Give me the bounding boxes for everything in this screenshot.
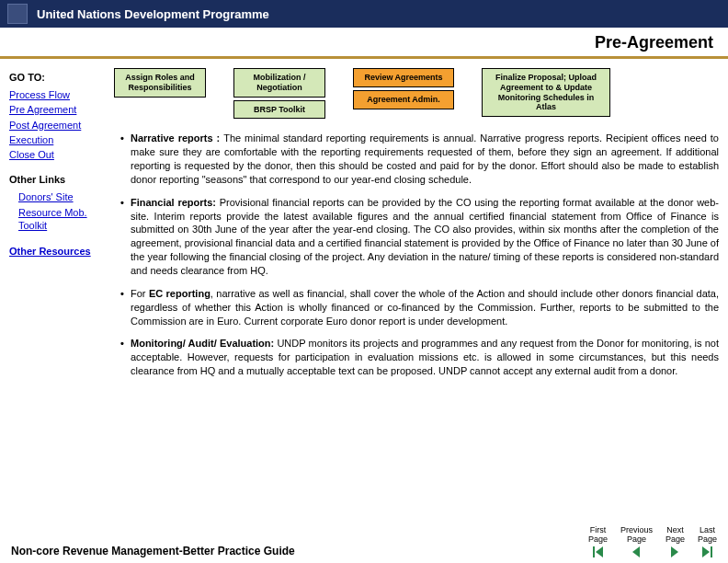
bullet-text: Financial reports: Provisional financial…: [131, 196, 719, 278]
bullet-ec-reporting: • For EC reporting, narrative as well as…: [114, 287, 719, 328]
nav-first-page[interactable]: FirstPage: [588, 526, 608, 557]
nav-last-page[interactable]: LastPage: [698, 526, 717, 557]
link-other-resources[interactable]: Other Resources: [9, 245, 103, 258]
other-links-heading: Other Links: [9, 174, 103, 185]
link-post-agreement[interactable]: Post Agreement: [9, 119, 103, 132]
bullet-text: Monitoring/ Audit/ Evaluation: UNDP moni…: [131, 337, 719, 378]
undp-logo: [7, 4, 28, 24]
flow-mobilization[interactable]: Mobilization / Negotiation: [233, 68, 325, 98]
page-title: Pre-Agreement: [0, 28, 728, 59]
bullet-list: • Narrative reports : The minimal standa…: [114, 132, 719, 378]
bullet-text: Narrative reports : The minimal standard…: [131, 132, 719, 186]
flow-agreement-admin[interactable]: Agreement Admin.: [353, 90, 454, 109]
bullet-dot-icon: •: [114, 287, 131, 328]
nav-group: FirstPage PreviousPage NextPage LastPage: [588, 526, 717, 557]
flow-brsp-toolkit[interactable]: BRSP Toolkit: [233, 100, 325, 120]
main-area: Assign Roles and Responsibilities Mobili…: [110, 68, 719, 387]
bullet-monitoring: • Monitoring/ Audit/ Evaluation: UNDP mo…: [114, 337, 719, 378]
last-page-icon: [702, 546, 712, 557]
next-page-icon: [671, 546, 678, 557]
content-area: GO TO: Process Flow Pre Agreement Post A…: [0, 59, 728, 387]
bullet-text: For EC reporting, narrative as well as f…: [131, 287, 719, 328]
flow-row: Assign Roles and Responsibilities Mobili…: [114, 68, 719, 119]
link-resource-mob[interactable]: Resource Mob. Toolkit: [18, 206, 103, 233]
bullet-dot-icon: •: [114, 196, 131, 278]
flow-finalize-proposal[interactable]: Finalize Proposal; Upload Agreement to &…: [482, 68, 610, 117]
footer-title: Non-core Revenue Management-Better Pract…: [11, 545, 295, 557]
link-pre-agreement[interactable]: Pre Agreement: [9, 103, 103, 116]
goto-heading: GO TO:: [9, 72, 103, 83]
footer: Non-core Revenue Management-Better Pract…: [0, 526, 728, 557]
nav-next-page[interactable]: NextPage: [665, 526, 685, 557]
flow-review-agreements[interactable]: Review Agreements: [353, 68, 454, 87]
bullet-dot-icon: •: [114, 132, 131, 186]
link-donors-site[interactable]: Donors' Site: [18, 190, 103, 203]
bullet-dot-icon: •: [114, 337, 131, 378]
org-name: United Nations Development Programme: [37, 7, 269, 21]
link-close-out[interactable]: Close Out: [9, 148, 103, 161]
header-bar: United Nations Development Programme: [0, 0, 728, 28]
bullet-narrative: • Narrative reports : The minimal standa…: [114, 132, 719, 186]
sidebar: GO TO: Process Flow Pre Agreement Post A…: [9, 68, 110, 387]
bullet-financial: • Financial reports: Provisional financi…: [114, 196, 719, 278]
flow-assign-roles[interactable]: Assign Roles and Responsibilities: [114, 68, 206, 98]
nav-previous-page[interactable]: PreviousPage: [620, 526, 653, 557]
first-page-icon: [593, 546, 603, 557]
previous-page-icon: [632, 546, 640, 557]
link-execution[interactable]: Execution: [9, 133, 103, 146]
link-process-flow[interactable]: Process Flow: [9, 88, 103, 101]
